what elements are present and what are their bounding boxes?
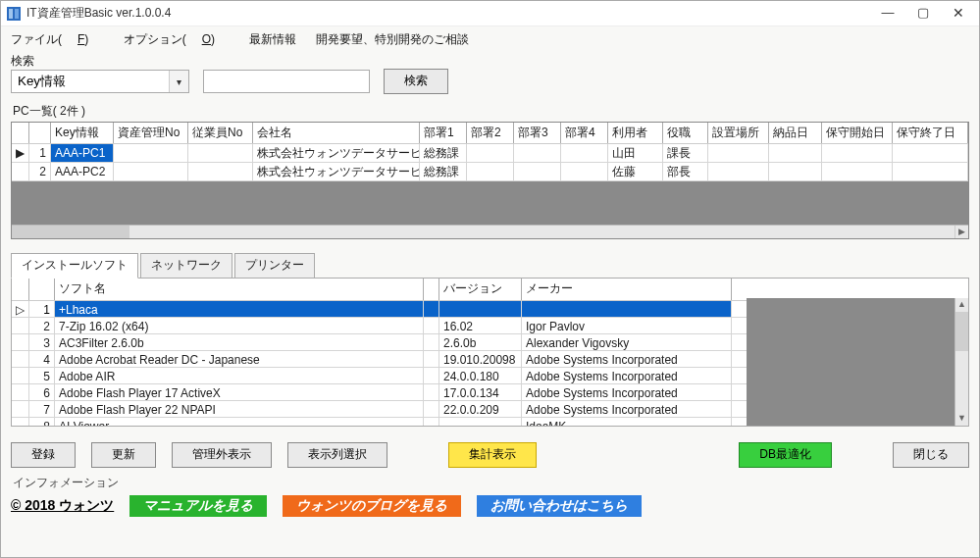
col-dept3[interactable]: 部署3 xyxy=(514,123,561,144)
menu-latest[interactable]: 最新情報 xyxy=(249,32,296,46)
copyright-link[interactable]: © 2018 ウォンツ xyxy=(11,496,114,514)
col-mstart[interactable]: 保守開始日 xyxy=(822,123,893,144)
close-app-button[interactable]: 閉じる xyxy=(893,442,969,468)
table-row[interactable]: 2AAA-PC2株式会社ウォンツデータサービス総務課佐藤部長 xyxy=(12,163,968,181)
maximize-button[interactable]: ▢ xyxy=(906,3,940,25)
tab-printer[interactable]: プリンター xyxy=(234,253,315,278)
col-mend[interactable]: 保守終了日 xyxy=(893,123,968,144)
manual-link[interactable]: マニュアルを見る xyxy=(129,495,267,517)
blog-link[interactable]: ウォンツのブログを見る xyxy=(283,495,461,517)
sw-side-fill xyxy=(747,298,954,426)
menu-file[interactable]: ファイル(F) xyxy=(11,32,104,46)
link-bar: © 2018 ウォンツ マニュアルを見る ウォンツのブログを見る お問い合わせは… xyxy=(11,495,969,517)
scroll-up-icon[interactable]: ▲ xyxy=(955,298,968,312)
col-index[interactable] xyxy=(29,123,51,144)
pc-list-label: PC一覧( 2件 ) xyxy=(13,104,969,120)
menu-request[interactable]: 開発要望、特別開発のご相談 xyxy=(316,32,469,46)
update-button[interactable]: 更新 xyxy=(91,442,156,468)
register-button[interactable]: 登録 xyxy=(11,442,76,468)
pc-grid-fill xyxy=(12,181,968,225)
col-place[interactable]: 設置場所 xyxy=(708,123,769,144)
button-bar: 登録 更新 管理外表示 表示列選択 集計表示 DB最適化 閉じる xyxy=(11,442,969,468)
scroll-down-icon[interactable]: ▼ xyxy=(955,412,968,426)
sw-col-ver[interactable]: バージョン xyxy=(439,279,522,300)
sw-col-name[interactable]: ソフト名 xyxy=(55,279,424,300)
sw-col-sub[interactable] xyxy=(424,279,439,300)
software-grid: ソフト名 バージョン メーカー ▷1+Lhaca27-Zip 16.02 (x6… xyxy=(12,279,968,426)
col-key[interactable]: Key情報 xyxy=(51,123,114,144)
menubar: ファイル(F) オプション(O) 最新情報 開発要望、特別開発のご相談 xyxy=(11,28,969,54)
col-dept2[interactable]: 部署2 xyxy=(467,123,514,144)
software-pane: ソフト名 バージョン メーカー ▷1+Lhaca27-Zip 16.02 (x6… xyxy=(11,278,969,427)
col-dept4[interactable]: 部署4 xyxy=(561,123,608,144)
sw-col-idx[interactable] xyxy=(29,279,55,300)
col-role[interactable]: 役職 xyxy=(663,123,708,144)
search-row: ▾ 検索 xyxy=(11,69,969,94)
col-user[interactable]: 利用者 xyxy=(608,123,663,144)
scroll-thumb[interactable] xyxy=(12,226,129,238)
window-title: IT資産管理Basic ver.1.0.0.4 xyxy=(26,6,869,22)
menu-option[interactable]: オプション(O) xyxy=(124,32,231,46)
scroll-right-icon[interactable]: ▶ xyxy=(954,226,968,238)
tab-network[interactable]: ネットワーク xyxy=(140,253,232,278)
app-icon xyxy=(7,7,21,21)
app-window: IT資産管理Basic ver.1.0.0.4 — ▢ ✕ ファイル(F) オプ… xyxy=(0,0,980,558)
pc-grid: Key情報 資産管理No 従業員No 会社名 部署1 部署2 部署3 部署4 利… xyxy=(11,122,969,240)
search-input[interactable] xyxy=(203,70,370,93)
close-button[interactable]: ✕ xyxy=(942,3,975,25)
info-label: インフォメーション xyxy=(13,476,969,491)
titlebar: IT資産管理Basic ver.1.0.0.4 — ▢ ✕ xyxy=(1,1,979,26)
minimize-button[interactable]: — xyxy=(871,3,904,25)
content-area: ファイル(F) オプション(O) 最新情報 開発要望、特別開発のご相談 検索 ▾… xyxy=(1,26,979,557)
contact-link[interactable]: お問い合わせはこちら xyxy=(477,495,642,517)
col-emp[interactable]: 従業員No xyxy=(188,123,253,144)
pc-hscroll[interactable]: ◀ ▶ xyxy=(12,225,968,238)
col-asset[interactable]: 資産管理No xyxy=(114,123,188,144)
column-select-button[interactable]: 表示列選択 xyxy=(287,442,387,468)
col-deliv[interactable]: 納品日 xyxy=(769,123,822,144)
pc-grid-header: Key情報 資産管理No 従業員No 会社名 部署1 部署2 部署3 部署4 利… xyxy=(12,123,968,145)
search-button[interactable]: 検索 xyxy=(384,69,448,94)
tab-software[interactable]: インストールソフト xyxy=(11,253,138,279)
sw-scroll-thumb[interactable] xyxy=(955,312,968,351)
chevron-down-icon[interactable]: ▾ xyxy=(169,71,188,92)
aggregate-button[interactable]: 集計表示 xyxy=(448,442,537,468)
exclude-button[interactable]: 管理外表示 xyxy=(172,442,272,468)
col-mark[interactable] xyxy=(12,123,29,144)
table-row[interactable]: ▶1AAA-PC1株式会社ウォンツデータサービス総務課山田課長 xyxy=(12,144,968,163)
col-dept1[interactable]: 部署1 xyxy=(420,123,467,144)
search-combo[interactable]: ▾ xyxy=(11,70,189,93)
search-combo-input[interactable] xyxy=(11,70,189,93)
db-optimize-button[interactable]: DB最適化 xyxy=(739,442,832,468)
col-company[interactable]: 会社名 xyxy=(253,123,420,144)
sw-col-mark[interactable] xyxy=(12,279,29,300)
detail-tabs: インストールソフト ネットワーク プリンター xyxy=(11,253,969,278)
sw-col-maker[interactable]: メーカー xyxy=(522,279,732,300)
sw-vscroll[interactable]: ▲ ▼ xyxy=(954,298,968,426)
search-label: 検索 xyxy=(11,54,969,70)
